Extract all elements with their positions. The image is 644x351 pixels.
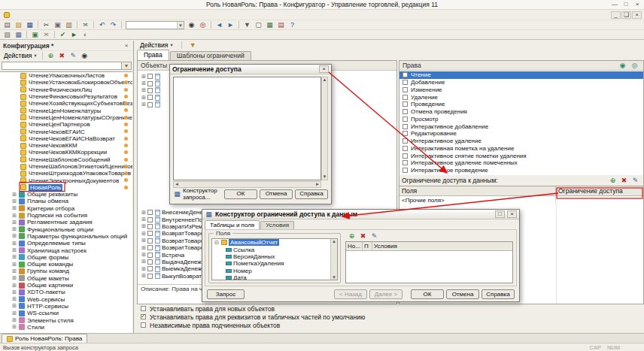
expand-icon[interactable]: ⊞: [11, 268, 17, 274]
tab-active[interactable]: Таблицы и поля: [205, 220, 260, 229]
edit-icon[interactable]: ✎: [68, 51, 79, 60]
expand-icon[interactable]: ⊞: [141, 80, 147, 86]
tree-item-section[interactable]: ⊞Параметры функциональных опций: [0, 233, 132, 240]
tree-item-role[interactable]: ЧтениеЧековККМКоррекции: [0, 149, 132, 156]
fields-tree-item[interactable]: Дата: [212, 274, 330, 280]
expand-icon[interactable]: ⊞: [11, 289, 17, 295]
right-row[interactable]: Добавление: [399, 79, 643, 86]
object-checkbox[interactable]: [147, 253, 153, 258]
copy-icon[interactable]: ▣: [52, 20, 63, 29]
expand-icon[interactable]: ⊞: [141, 74, 147, 80]
edit-icon[interactable]: ✎: [369, 231, 380, 241]
expand-icon[interactable]: ⊞: [11, 317, 17, 323]
right-row[interactable]: Интерактивное снятие пометки удаления: [399, 152, 643, 159]
restriction-col-restriction[interactable]: Ограничение доступа: [556, 186, 643, 195]
constructor-cancel-button[interactable]: Отмена: [446, 289, 479, 299]
fields-tree-scrollbar[interactable]: ▲ ▼: [330, 239, 337, 280]
right-checkbox[interactable]: [402, 109, 408, 114]
tree-item-role[interactable]: ЧтениеЦенПартнеров: [0, 121, 132, 128]
scroll-up-icon[interactable]: ▲: [332, 239, 336, 244]
object-checkbox[interactable]: [147, 95, 153, 100]
right-checkbox[interactable]: [402, 87, 408, 92]
right-row[interactable]: Чтение: [399, 71, 643, 79]
clear-all-icon[interactable]: ◎: [629, 61, 640, 70]
right-row[interactable]: Проведение: [399, 101, 643, 108]
expand-icon[interactable]: ⊞: [141, 238, 147, 244]
tree-item-section[interactable]: ⊞Планы обмена: [0, 198, 132, 204]
cancel-button[interactable]: Отмена: [260, 189, 293, 199]
object-checkbox[interactable]: [147, 266, 153, 271]
expand-icon[interactable]: ⊞: [11, 192, 17, 198]
expand-icon[interactable]: ⊞: [11, 283, 17, 289]
conditions-col-condition[interactable]: Условия: [372, 242, 512, 250]
compare-icon[interactable]: ≍: [80, 20, 91, 29]
expand-icon[interactable]: ⊞: [141, 259, 147, 265]
measure-icon[interactable]: ◐: [80, 30, 91, 39]
close-button[interactable]: ×: [632, 1, 642, 8]
expand-icon[interactable]: ⊞: [11, 303, 17, 309]
tree-item-role[interactable]: ЧтениеЭлектронныхДокументов: [0, 177, 132, 183]
tree-item-section[interactable]: ⊞Стили: [0, 324, 132, 331]
right-row[interactable]: Редактирование: [399, 130, 643, 138]
open-icon[interactable]: ▨: [13, 20, 24, 29]
right-row[interactable]: Интерактивное проведение: [399, 167, 643, 174]
expand-icon[interactable]: ⊞: [141, 223, 147, 229]
tree-item-section[interactable]: ⊞Общие картинки: [0, 282, 132, 289]
new-icon[interactable]: ▤: [2, 20, 13, 29]
fields-tree-root[interactable]: ⊟АвансовыйОтчет: [212, 239, 330, 246]
expand-icon[interactable]: ⊞: [11, 324, 17, 330]
option-row[interactable]: Устанавливать права для реквизитов и таб…: [135, 313, 644, 321]
back-icon[interactable]: ◄: [214, 20, 225, 29]
undo-icon[interactable]: ↶: [96, 20, 108, 29]
delete-icon[interactable]: ✖: [357, 231, 369, 241]
right-checkbox[interactable]: [402, 72, 408, 77]
actions-menu-button[interactable]: Действия▼: [2, 52, 40, 59]
expand-icon[interactable]: ⊞: [11, 219, 17, 225]
save-config-icon[interactable]: ▦: [13, 30, 24, 39]
tree-item-section[interactable]: ⊞Общие реквизиты: [0, 191, 132, 198]
query-constructor-button[interactable]: ▦ Конструктор запроса...: [173, 187, 220, 201]
tree-item-section[interactable]: ⊞WS-ссылки: [0, 310, 132, 316]
object-checkbox[interactable]: [147, 245, 153, 250]
restriction-row-fields[interactable]: <Прочие поля>: [399, 196, 556, 204]
tree-search-input[interactable]: [2, 62, 122, 70]
tree-item-section[interactable]: ⊞Общие макеты: [0, 275, 132, 282]
tree-item-section[interactable]: ⊞Элементы стиля: [0, 316, 132, 323]
right-checkbox[interactable]: [402, 95, 408, 100]
tree-item-section[interactable]: ⊞XDTO-пакеты: [0, 289, 132, 295]
expand-icon[interactable]: ⊞: [11, 310, 17, 316]
windows-icon[interactable]: ▢: [253, 20, 264, 29]
cut-icon[interactable]: ✂: [41, 20, 52, 29]
expand-icon[interactable]: ⊞: [11, 198, 17, 204]
constructor-restore-button[interactable]: □: [495, 210, 505, 218]
right-checkbox[interactable]: [402, 153, 408, 159]
delete-icon[interactable]: ✖: [618, 176, 630, 185]
object-checkbox[interactable]: [147, 224, 153, 229]
restriction-dialog-close-button[interactable]: ×: [319, 65, 329, 73]
tree-item-section[interactable]: ⊞Общие команды: [0, 261, 132, 268]
right-row[interactable]: Интерактивное удаление: [399, 138, 643, 145]
expand-icon[interactable]: ⊞: [11, 226, 17, 232]
expand-icon[interactable]: ⊞: [11, 254, 17, 260]
scroll-down-icon[interactable]: ▼: [332, 275, 336, 280]
mdi-close-button[interactable]: ×: [632, 11, 642, 19]
expand-icon[interactable]: ⊞: [11, 241, 17, 247]
expand-icon[interactable]: ⊞: [141, 210, 147, 216]
tab-active[interactable]: Права: [137, 50, 169, 60]
find-icon[interactable]: ◉: [79, 51, 90, 60]
expand-icon[interactable]: ⊞: [141, 266, 147, 272]
tree-item-role[interactable]: ЧтениеШаблоновСообщений: [0, 156, 132, 163]
tree-item-role[interactable]: ЧтениеФизическихЛиц: [0, 86, 132, 93]
restriction-row-value[interactable]: [556, 196, 643, 204]
object-checkbox[interactable]: [147, 210, 153, 215]
save-icon[interactable]: ▦: [24, 20, 35, 29]
add-icon[interactable]: ⊕: [45, 51, 56, 60]
expand-icon[interactable]: ⊞: [141, 231, 147, 237]
object-checkbox[interactable]: [147, 238, 153, 244]
tree-item-role[interactable]: ЧтениеЦенНоменклатуры: [0, 107, 132, 113]
set-all-icon[interactable]: ◉: [617, 61, 628, 70]
back-button[interactable]: < Назад: [334, 289, 367, 299]
help-button[interactable]: Справка: [295, 189, 328, 199]
tree-item-section[interactable]: ⊞Определяемые типы: [0, 240, 132, 247]
calc-icon[interactable]: ▦: [264, 20, 275, 29]
